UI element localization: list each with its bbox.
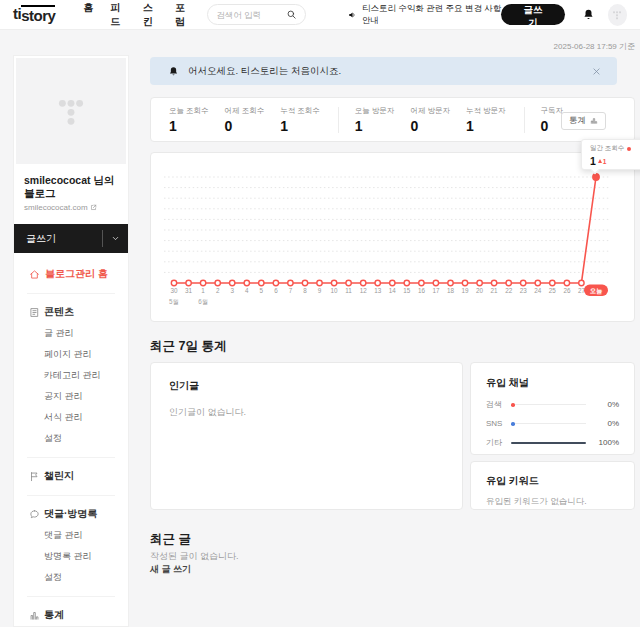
chart-point [491,280,496,285]
sidebar-item-0-2[interactable]: 카테고리 관리 [44,369,113,382]
inflow-keyword-empty: 유입된 키워드가 없습니다. [486,496,619,508]
svg-text:6: 6 [274,287,278,294]
svg-text:22: 22 [505,287,513,294]
chart-point [535,280,540,285]
svg-text:17: 17 [432,287,440,294]
logo-ti: ti [13,5,21,24]
chart-point [171,280,176,285]
inflow-keyword-title: 유입 키워드 [486,474,619,488]
sidebar-section-2[interactable]: 댓글·방명록 [29,507,113,521]
svg-text:11: 11 [345,287,352,294]
stat-item-0: 오늘 조회수1 [169,106,209,133]
up-triangle-icon [598,159,602,163]
comment-icon [29,509,40,520]
chart-point [390,280,395,285]
svg-text:20: 20 [476,287,484,294]
notice-link[interactable]: 티스토리 수익화 관련 주요 변경 사항 안내 [348,3,501,27]
stats-row: 오늘 조회수1어제 조회수0누적 조회수1오늘 방문자1어제 방문자0누적 방문… [169,106,579,133]
sidebar-item-2-1[interactable]: 방명록 관리 [44,550,113,563]
svg-text:30: 30 [170,287,178,294]
stat-item-2: 누적 조회수1 [280,106,320,133]
svg-text:16: 16 [418,287,426,294]
daily-views-line-chart: 3031123456789101112131415161718192021222… [151,153,636,323]
sidebar-item-0-5[interactable]: 설정 [44,432,113,445]
sidebar-item-manage-home[interactable]: 블로그관리 홈 [14,253,128,293]
stats-summary-card: 오늘 조회수1어제 조회수0누적 조회수1오늘 방문자1어제 방문자0누적 방문… [150,97,635,142]
search-input[interactable] [216,10,286,20]
notification-bell-button[interactable] [582,8,595,21]
sidebar-section-1[interactable]: 챌린지 [29,469,113,483]
sidebar-item-2-0[interactable]: 댓글 관리 [44,529,113,542]
blog-profile-image [16,58,126,164]
series-dot-icon [627,147,631,151]
stat-item-5: 누적 방문자1 [466,106,506,133]
nav-menu: 홈피드스킨포럼 [83,1,190,29]
logo-story: story [21,5,55,24]
profile-avatar[interactable] [608,4,627,26]
popular-posts-title: 인기글 [169,379,444,393]
blog-title: smilecococat 님의 블로그 [24,174,118,200]
nav-item-1[interactable]: 피드 [110,1,125,29]
tistory-logo[interactable]: tistory [13,5,55,24]
svg-text:5월: 5월 [169,298,179,305]
popular-posts-card: 인기글 인기글이 없습니다. [150,362,463,510]
svg-text:3: 3 [230,287,234,294]
weekly-stats-title: 최근 7일 통계 [150,338,226,355]
chart-point [448,280,453,285]
chart-point [244,280,249,285]
nav-item-0[interactable]: 홈 [83,1,93,29]
svg-text:1: 1 [201,287,205,294]
svg-text:21: 21 [491,287,499,294]
sidebar-section-3[interactable]: 통계 [29,608,113,622]
chart-point [433,280,438,285]
sidebar-write-button[interactable]: 글쓰기 [14,224,128,253]
sidebar-item-0-0[interactable]: 글 관리 [44,327,113,340]
chart-point [346,280,351,285]
banner-close-button[interactable] [590,65,603,78]
stats-button[interactable]: 통계 [561,112,606,130]
svg-text:18: 18 [447,287,455,294]
search-icon [286,9,297,20]
write-dropdown-toggle[interactable] [102,230,128,247]
stat-divider [524,107,525,133]
sidebar-item-2-2[interactable]: 설정 [44,571,113,584]
sidebar-item-0-3[interactable]: 공지 관리 [44,390,113,403]
chart-point [521,280,526,285]
speaker-icon [348,10,357,20]
write-button[interactable]: 글쓰기 [501,4,564,25]
chart-point [317,280,322,285]
bell-icon [582,8,595,21]
stat-item-3: 오늘 방문자1 [355,106,395,133]
svg-text:6월: 6월 [198,298,208,305]
svg-text:24: 24 [534,287,542,294]
chart-point [186,280,191,285]
chart-point [462,280,467,285]
svg-text:8: 8 [303,287,307,294]
stat-item-6: 구독자0 [541,106,564,133]
sidebar-item-0-4[interactable]: 서식 관리 [44,411,113,424]
nav-item-3[interactable]: 포럼 [175,1,190,29]
svg-text:13: 13 [374,287,382,294]
external-link-icon [90,204,97,211]
blog-url-link[interactable]: smilecococat.com [24,203,118,212]
chart-point [375,280,380,285]
sidebar: smilecococat 님의 블로그 smilecococat.com 글쓰기… [13,55,129,627]
new-post-link[interactable]: 새 글 쓰기 [150,563,191,576]
nav-item-2[interactable]: 스킨 [143,1,158,29]
sidebar-section-0[interactable]: 콘텐츠 [29,305,113,319]
welcome-banner: 어서오세요. 티스토리는 처음이시죠. [150,57,617,85]
tistory-dots-icon [609,7,625,23]
svg-text:23: 23 [520,287,528,294]
stats-icon [29,610,40,621]
chart-point [331,280,336,285]
tooltip-series-label: 일간 조회수 [590,144,624,153]
chart-point [404,280,409,285]
bar-chart-icon [590,117,598,125]
search-box[interactable] [207,4,306,25]
chart-point [419,280,424,285]
stat-item-4: 어제 방문자0 [410,106,450,133]
chart-tooltip: 일간 조회수 11 일간 1 [581,139,640,170]
sidebar-item-0-1[interactable]: 페이지 관리 [44,348,113,361]
svg-text:4: 4 [245,287,249,294]
svg-text:14: 14 [389,287,397,294]
